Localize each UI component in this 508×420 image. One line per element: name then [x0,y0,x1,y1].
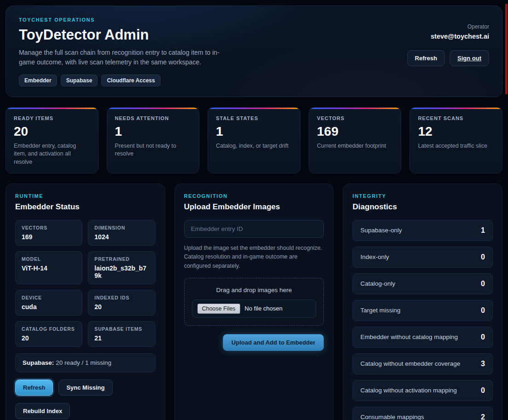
diag-row-embedder-without-catalog: Embedder without catalog mapping 0 [352,327,493,348]
header-refresh-button[interactable]: Refresh [407,50,445,66]
header-left: TOYCHEST OPERATIONS ToyDetector Admin Ma… [19,17,235,86]
file-input-box: Choose Files No file chosen [192,299,317,318]
metric-device: DEVICE cuda [15,290,82,316]
metric-value: 1024 [94,233,149,241]
diag-row-supabase-only: Supabase-only 1 [352,220,493,241]
file-status-text: No file chosen [245,305,283,312]
diag-row-catalog-without-embedder: Catalog without embedder coverage 3 [352,353,493,374]
stat-description: Embedder entry, catalog item, and activa… [14,142,90,166]
embedder-entry-input[interactable] [184,220,324,238]
tag-supabase: Supabase [61,75,98,86]
tag-cloudflare-access: Cloudflare Access [101,75,160,86]
metric-value: cuda [22,303,76,311]
dropzone-text: Drag and drop images here [192,287,317,293]
diag-label: Embedder without catalog mapping [360,334,458,340]
metric-model: MODEL ViT-H-14 [15,251,82,284]
supabase-summary-label: Supabase: [23,359,54,366]
diagnostics-list: Supabase-only 1 Index-only 0 Catalog-onl… [352,220,493,420]
stat-label: READY ITEMS [14,115,90,121]
upload-button[interactable]: Upload and Add to Embedder [223,334,324,351]
stat-description: Latest accepted traffic slice [418,142,494,150]
diag-value: 0 [481,306,485,315]
runtime-eyebrow: RUNTIME [15,193,156,199]
stat-label: NEEDS ATTENTION [115,115,191,121]
metric-value: 169 [22,233,76,241]
rebuild-index-button[interactable]: Rebuild Index [15,403,70,419]
stat-card-stale-states: STALE STATES 1 Catalog, index, or target… [208,107,300,173]
metric-pretrained: PRETRAINED laion2b_s32b_b79k [88,251,155,284]
metric-catalog-folders: CATALOG FOLDERS 20 [15,321,82,347]
metric-label: PRETRAINED [94,256,149,262]
diag-value: 1 [481,226,485,235]
metric-label: DIMENSION [94,225,149,230]
runtime-panel: RUNTIME Embedder Status VECTORS 169 DIME… [6,184,165,420]
metric-value: 20 [22,334,76,342]
page-title: ToyDetector Admin [19,27,235,43]
header: TOYCHEST OPERATIONS ToyDetector Admin Ma… [6,6,502,97]
diag-value: 0 [481,386,485,395]
header-right: Operator steve@toychest.ai Refresh Sign … [407,17,489,86]
stat-description: Current embedder footprint [317,142,393,150]
operator-label: Operator [468,23,489,30]
stat-description: Catalog, index, or target drift [216,142,292,150]
tag-row: Embedder Supabase Cloudflare Access [19,75,235,86]
diag-value: 0 [481,333,485,341]
metric-value: ViT-H-14 [22,265,76,272]
metric-label: SUPABASE ITEMS [94,326,149,332]
runtime-title: Embedder Status [15,202,156,212]
stat-card-needs-attention: NEEDS ATTENTION 1 Present but not ready … [107,107,200,173]
diag-value: 0 [481,253,485,261]
metric-value: laion2b_s32b_b79k [94,265,149,279]
stat-value: 1 [115,124,191,139]
main-grid: RUNTIME Embedder Status VECTORS 169 DIME… [6,184,502,420]
metric-vectors: VECTORS 169 [15,220,82,246]
metric-label: VECTORS [22,225,76,230]
stat-value: 20 [14,124,90,139]
diag-row-catalog-without-activation: Catalog without activation mapping 0 [352,380,493,401]
header-eyebrow: TOYCHEST OPERATIONS [19,17,235,23]
diag-row-target-missing: Target missing 0 [352,300,493,321]
diag-value: 2 [481,413,485,420]
stats-row: READY ITEMS 20 Embedder entry, catalog i… [6,107,502,173]
metric-label: INDEXED IDS [94,295,149,300]
diag-label: Supabase-only [360,227,402,234]
stat-label: VECTORS [317,115,393,121]
stat-description: Present but not ready to resolve [115,142,191,158]
metric-label: MODEL [22,256,76,262]
integrity-eyebrow: INTEGRITY [352,193,493,199]
diag-value: 3 [481,360,485,368]
operator-email: steve@toychest.ai [431,33,489,40]
scrollbar-thumb[interactable] [505,4,508,94]
metric-dimension: DIMENSION 1024 [88,220,155,246]
diag-row-index-only: Index-only 0 [352,247,493,268]
metric-label: DEVICE [22,295,76,300]
choose-files-button[interactable]: Choose Files [197,304,240,314]
metric-value: 21 [94,334,149,342]
recognition-eyebrow: RECOGNITION [184,193,324,199]
recognition-title: Upload Embedder Images [184,202,324,212]
stat-value: 1 [216,124,292,139]
stat-value: 12 [418,124,494,139]
metric-value: 20 [94,303,149,311]
diag-row-consumable-mappings: Consumable mappings 2 [352,407,493,420]
stat-label: STALE STATES [216,115,292,121]
stat-card-ready-items: READY ITEMS 20 Embedder entry, catalog i… [6,107,98,173]
integrity-title: Diagnostics [352,202,493,212]
metric-supabase-items: SUPABASE ITEMS 21 [88,321,155,347]
diag-label: Consumable mappings [360,414,424,420]
integrity-panel: INTEGRITY Diagnostics Supabase-only 1 In… [343,184,502,420]
supabase-summary-value: 20 ready / 1 missing [56,359,111,366]
dropzone[interactable]: Drag and drop images here Choose Files N… [184,278,324,326]
sync-missing-button[interactable]: Sync Missing [58,380,112,396]
runtime-refresh-button[interactable]: Refresh [15,380,53,396]
upload-helper-text: Upload the image set the embedder should… [184,244,324,270]
sign-out-button[interactable]: Sign out [450,50,489,66]
diag-value: 0 [481,280,485,288]
header-description: Manage the full scan chain from recognit… [19,48,235,67]
upload-button-row: Upload and Add to Embedder [184,334,324,351]
stat-value: 169 [317,124,393,139]
runtime-button-row-2: Rebuild Index Ensure Same-Key Items [15,403,156,420]
diag-label: Catalog-only [360,280,395,287]
diag-label: Catalog without embedder coverage [360,360,460,367]
diag-label: Index-only [360,253,389,260]
